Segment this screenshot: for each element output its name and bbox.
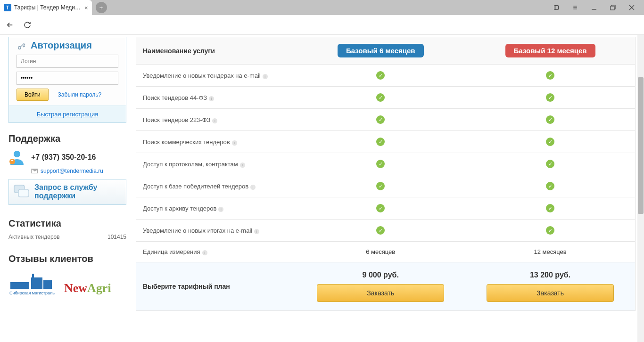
forgot-password-link[interactable]: Забыли пароль? <box>58 91 102 98</box>
unit-12m: 12 месяцев <box>465 242 635 262</box>
feature-label: Уведомление о новых тендерах на e-mail <box>143 72 261 79</box>
password-input[interactable] <box>17 72 118 85</box>
svg-rect-10 <box>32 274 34 277</box>
feature-label: Доступ к базе победителей тендеров <box>143 183 248 190</box>
content: Наименование услуги Базовый 6 месяцев Ба… <box>136 37 636 342</box>
reviews-heading: Отзывы клиентов <box>8 253 126 264</box>
browser-tabs: Т Тарифы | Тендер Меди… × + <box>0 0 107 15</box>
reload-button[interactable] <box>24 21 31 29</box>
check-icon: ✓ <box>546 71 554 80</box>
check-icon: ✓ <box>546 93 554 102</box>
svg-rect-8 <box>31 277 42 289</box>
info-icon[interactable]: i <box>218 207 223 212</box>
login-input[interactable] <box>17 55 118 68</box>
check-icon: ✓ <box>376 226 385 235</box>
tab-favicon: Т <box>4 4 11 11</box>
client-logos: Сибирская магистраль NewAgri <box>8 271 126 295</box>
svg-rect-6 <box>18 189 29 197</box>
window-minimize-button[interactable] <box>585 0 603 15</box>
plan-badge-6m: Базовый 6 месяцев <box>338 44 424 57</box>
svg-rect-0 <box>554 6 559 10</box>
feature-label: Поиск коммерческих тендеров <box>143 138 230 146</box>
check-icon: ✓ <box>546 182 554 190</box>
scrollbar[interactable] <box>637 35 644 342</box>
info-icon[interactable]: i <box>263 74 268 79</box>
browser-tab[interactable]: Т Тарифы | Тендер Меди… × <box>0 0 92 15</box>
reader-icon[interactable] <box>547 0 566 15</box>
check-icon: ✓ <box>376 138 385 146</box>
svg-rect-9 <box>43 280 52 289</box>
check-icon: ✓ <box>376 71 385 80</box>
fast-registration-link[interactable]: Быстрая регистрация <box>37 111 99 118</box>
menu-icon[interactable] <box>566 0 585 15</box>
scrollbar-thumb[interactable] <box>638 77 644 214</box>
window-maximize-button[interactable] <box>603 0 622 15</box>
unit-label: Единица измерения <box>143 248 200 255</box>
info-icon[interactable]: i <box>254 229 259 234</box>
check-icon: ✓ <box>376 115 385 124</box>
stats-row: Активных тендеров 101415 <box>8 234 126 240</box>
chat-icon <box>14 185 30 199</box>
support-avatar-icon <box>8 149 25 166</box>
keys-icon <box>17 41 27 51</box>
svg-point-4 <box>9 159 15 164</box>
order-button-6m[interactable]: Заказать <box>317 284 444 302</box>
logo1-caption: Сибирская магистраль <box>8 291 56 295</box>
logo-sibmagistral: Сибирская магистраль <box>8 271 56 295</box>
support-email-link[interactable]: support@tendermedia.ru <box>41 168 103 174</box>
feature-label: Доступ к протоколам, контрактам <box>143 161 238 168</box>
stats-heading: Статистика <box>8 218 126 229</box>
feature-label: Поиск тендеров 223-ФЗ <box>143 116 210 123</box>
info-icon[interactable]: i <box>240 163 245 168</box>
check-icon: ✓ <box>546 226 554 235</box>
window-titlebar: Т Тарифы | Тендер Меди… × + <box>0 0 644 15</box>
check-icon: ✓ <box>376 204 385 212</box>
auth-title-text: Авторизация <box>31 40 92 51</box>
info-icon[interactable]: i <box>209 96 214 101</box>
feature-label: Уведомление о новых итогах на e-mail <box>143 227 252 234</box>
new-tab-button[interactable]: + <box>96 2 107 13</box>
order-button-12m[interactable]: Заказать <box>487 284 614 302</box>
logo-newagri: NewAgri <box>64 281 111 295</box>
choose-plan-label: Выберите тарифный план <box>136 262 296 311</box>
check-icon: ✓ <box>376 182 385 190</box>
window-close-button[interactable] <box>622 0 641 15</box>
window-controls <box>547 0 644 15</box>
info-icon[interactable]: i <box>232 140 237 146</box>
back-button[interactable] <box>6 21 14 29</box>
price-6m: 9 000 руб. <box>302 271 459 279</box>
feature-label: Поиск тендеров 44-ФЗ <box>143 94 207 101</box>
support-request-button[interactable]: Запрос в службу поддержки <box>8 179 126 205</box>
auth-box: Авторизация Войти Забыли пароль? Быстрая… <box>8 37 126 123</box>
svg-point-3 <box>14 151 20 157</box>
check-icon: ✓ <box>546 138 554 146</box>
price-12m: 13 200 руб. <box>472 271 628 279</box>
info-icon[interactable]: i <box>250 185 256 190</box>
pricing-table: Наименование услуги Базовый 6 месяцев Ба… <box>136 37 636 311</box>
browser-toolbar <box>0 15 644 35</box>
check-icon: ✓ <box>376 160 385 168</box>
support-heading: Поддержка <box>8 133 126 144</box>
info-icon[interactable]: i <box>212 118 217 123</box>
support-phone: +7 (937) 350-20-16 <box>31 153 96 162</box>
unit-6m: 6 месяцев <box>296 242 465 262</box>
check-icon: ✓ <box>546 115 554 124</box>
mail-icon <box>31 169 38 173</box>
check-icon: ✓ <box>546 160 554 168</box>
plan-badge-12m: Базовый 12 месяцев <box>505 44 595 57</box>
auth-title: Авторизация <box>17 40 118 51</box>
check-icon: ✓ <box>546 204 554 212</box>
check-icon: ✓ <box>376 93 385 102</box>
col-name-header: Наименование услуги <box>136 37 296 65</box>
info-icon[interactable]: i <box>202 250 207 255</box>
tab-title: Тарифы | Тендер Меди… <box>14 4 81 11</box>
login-button[interactable]: Войти <box>17 89 49 101</box>
stats-value: 101415 <box>107 234 126 240</box>
sidebar: Авторизация Войти Забыли пароль? Быстрая… <box>8 37 136 342</box>
feature-label: Доступ к архиву тендеров <box>143 205 216 212</box>
svg-rect-7 <box>10 282 29 289</box>
svg-rect-1 <box>611 6 614 10</box>
tab-close-icon[interactable]: × <box>84 4 88 11</box>
stats-label: Активных тендеров <box>8 234 60 240</box>
support-request-label: Запрос в службу поддержки <box>34 183 121 201</box>
